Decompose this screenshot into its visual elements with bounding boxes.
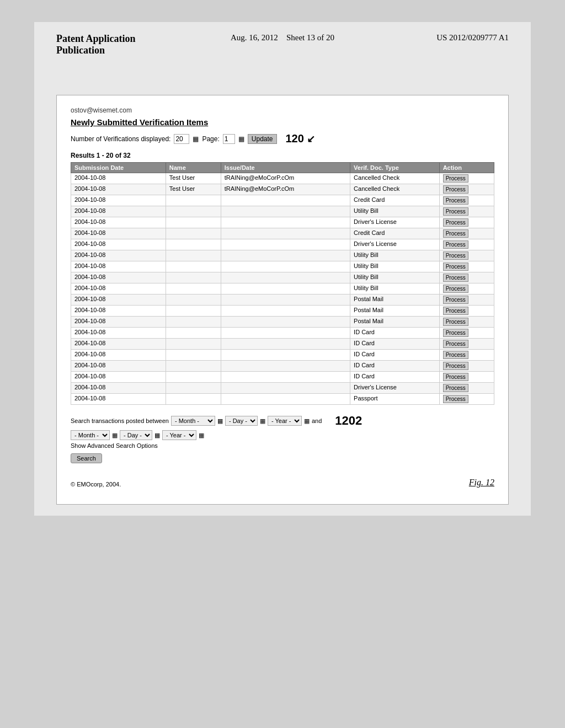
cell-name — [166, 383, 221, 394]
table-row: 2004-10-08ID CardProcess — [71, 372, 494, 383]
year-select-1[interactable]: - Year - — [268, 416, 302, 426]
process-button[interactable]: Process — [443, 274, 468, 282]
table-row: 2004-10-08Utility BillProcess — [71, 283, 494, 295]
process-button[interactable]: Process — [443, 263, 468, 271]
cell-action[interactable]: Process — [439, 261, 494, 272]
cell-issue — [221, 195, 350, 206]
table-row: 2004-10-08Credit CardProcess — [71, 228, 494, 239]
cell-name — [166, 328, 221, 339]
day-select-1[interactable]: - Day - — [225, 416, 258, 426]
col-header-issue: Issue/Date — [221, 163, 350, 173]
cell-action[interactable]: Process — [439, 372, 494, 383]
search-section: Search transactions posted between - Mon… — [71, 414, 494, 463]
cell-date: 2004-10-08 — [71, 250, 166, 261]
cell-action[interactable]: Process — [439, 339, 494, 350]
process-button[interactable]: Process — [443, 395, 468, 403]
grid-icon-2: ▦ — [260, 417, 265, 425]
displayed-count-input[interactable] — [174, 134, 189, 144]
process-button[interactable]: Process — [443, 362, 468, 370]
cell-action[interactable]: Process — [439, 250, 494, 261]
process-button[interactable]: Process — [443, 318, 468, 326]
page-input[interactable] — [223, 134, 235, 144]
cell-name — [166, 195, 221, 206]
cell-date: 2004-10-08 — [71, 372, 166, 383]
process-button[interactable]: Process — [443, 251, 468, 260]
process-button[interactable]: Process — [443, 207, 468, 216]
cell-action[interactable]: Process — [439, 306, 494, 317]
cell-doctype: Cancelled Check — [350, 173, 440, 184]
table-row: 2004-10-08PassportProcess — [71, 394, 494, 405]
cell-action[interactable]: Process — [439, 195, 494, 206]
process-button[interactable]: Process — [443, 296, 468, 304]
cell-issue — [221, 361, 350, 372]
cell-action[interactable]: Process — [439, 383, 494, 394]
table-row: 2004-10-08Utility BillProcess — [71, 261, 494, 272]
page-display-number: 120 ↙ — [286, 132, 316, 145]
process-button[interactable]: Process — [443, 329, 468, 337]
cell-date: 2004-10-08 — [71, 239, 166, 250]
cell-action[interactable]: Process — [439, 239, 494, 250]
cell-date: 2004-10-08 — [71, 339, 166, 350]
cell-doctype: Postal Mail — [350, 306, 440, 317]
process-button[interactable]: Process — [443, 218, 468, 227]
cell-action[interactable]: Process — [439, 272, 494, 283]
patent-number: US 2012/0209777 A1 — [396, 33, 509, 42]
cell-issue: tRAINing@eMoCorP.cOm — [221, 184, 350, 195]
cell-name — [166, 350, 221, 361]
process-button[interactable]: Process — [443, 174, 468, 183]
cell-action[interactable]: Process — [439, 328, 494, 339]
cell-issue — [221, 250, 350, 261]
results-label: Results 1 - 20 of 32 — [71, 152, 494, 159]
process-button[interactable]: Process — [443, 196, 468, 205]
cell-action[interactable]: Process — [439, 206, 494, 217]
search-row-1: Search transactions posted between - Mon… — [71, 414, 362, 428]
process-button[interactable]: Process — [443, 307, 468, 315]
cell-issue — [221, 228, 350, 239]
process-button[interactable]: Process — [443, 340, 468, 348]
cell-date: 2004-10-08 — [71, 283, 166, 295]
cell-date: 2004-10-08 — [71, 261, 166, 272]
cell-doctype: Passport — [350, 394, 440, 405]
month-select-2[interactable]: - Month - — [71, 430, 110, 440]
update-button[interactable]: Update — [248, 134, 277, 144]
process-button[interactable]: Process — [443, 185, 468, 194]
controls-label: Number of Verifications displayed: — [71, 135, 170, 143]
table-row: 2004-10-08Driver's LicenseProcess — [71, 383, 494, 394]
process-button[interactable]: Process — [443, 229, 468, 238]
cell-action[interactable]: Process — [439, 184, 494, 195]
cell-action[interactable]: Process — [439, 350, 494, 361]
cell-name: Test User — [166, 173, 221, 184]
cell-issue — [221, 317, 350, 328]
show-advanced-link[interactable]: Show Advanced Search Options — [71, 442, 158, 449]
cell-action[interactable]: Process — [439, 228, 494, 239]
month-select-1[interactable]: - Month - JanuaryFebruaryMarch AprilMayJ… — [171, 416, 215, 426]
patent-meta: Aug. 16, 2012 Sheet 13 of 20 — [169, 33, 396, 42]
process-button[interactable]: Process — [443, 240, 468, 249]
verification-table: Submission Date Name Issue/Date Verif. D… — [71, 162, 494, 405]
year-select-2[interactable]: - Year - — [162, 430, 196, 440]
cell-doctype: Driver's License — [350, 217, 440, 228]
process-button[interactable]: Process — [443, 384, 468, 392]
cell-date: 2004-10-08 — [71, 306, 166, 317]
day-select-2[interactable]: - Day - — [120, 430, 152, 440]
search-button[interactable]: Search — [71, 453, 102, 463]
cell-date: 2004-10-08 — [71, 317, 166, 328]
cell-action[interactable]: Process — [439, 283, 494, 295]
cell-action[interactable]: Process — [439, 394, 494, 405]
cell-date: 2004-10-08 — [71, 295, 166, 306]
cell-date: 2004-10-08 — [71, 228, 166, 239]
cell-action[interactable]: Process — [439, 217, 494, 228]
cell-doctype: ID Card — [350, 350, 440, 361]
table-row: 2004-10-08Credit CardProcess — [71, 195, 494, 206]
grid-icon-4: ▦ — [112, 432, 118, 439]
process-button[interactable]: Process — [443, 285, 468, 293]
cell-action[interactable]: Process — [439, 295, 494, 306]
cell-action[interactable]: Process — [439, 173, 494, 184]
process-button[interactable]: Process — [443, 351, 468, 359]
cell-action[interactable]: Process — [439, 361, 494, 372]
patent-date: Aug. 16, 2012 — [231, 33, 278, 42]
process-button[interactable]: Process — [443, 373, 468, 381]
cell-action[interactable]: Process — [439, 317, 494, 328]
table-row: 2004-10-08Driver's LicenseProcess — [71, 239, 494, 250]
table-row: 2004-10-08ID CardProcess — [71, 339, 494, 350]
